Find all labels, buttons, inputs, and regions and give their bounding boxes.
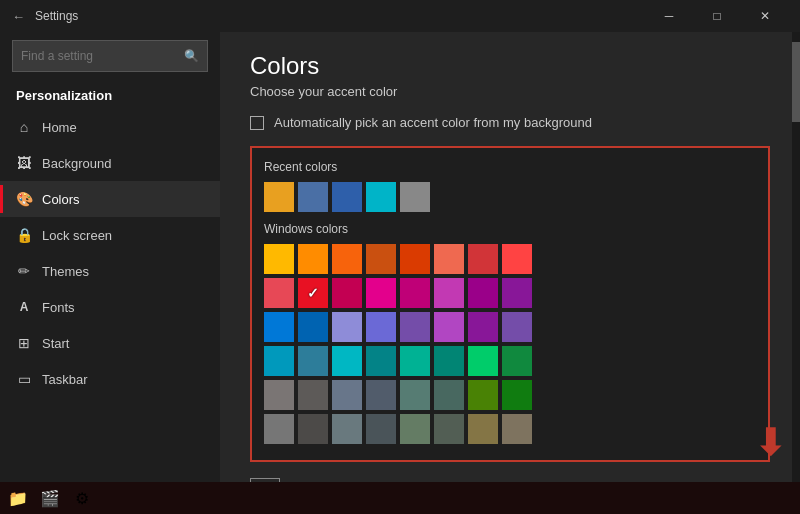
recent-color-swatch[interactable] — [366, 182, 396, 212]
windows-color-swatch[interactable] — [264, 414, 294, 444]
windows-color-swatch[interactable] — [502, 414, 532, 444]
windows-color-swatch[interactable] — [366, 380, 396, 410]
sidebar-item-label: Taskbar — [42, 372, 88, 387]
windows-color-swatch[interactable] — [298, 414, 328, 444]
taskbar-settings-icon[interactable]: ⚙ — [68, 484, 96, 512]
taskbar-media-icon[interactable]: 🎬 — [36, 484, 64, 512]
search-icon: 🔍 — [184, 49, 199, 63]
sidebar-item-background[interactable]: 🖼 Background — [0, 145, 220, 181]
windows-color-swatch[interactable] — [332, 380, 362, 410]
taskbar: 📁 🎬 ⚙ — [0, 482, 800, 514]
windows-color-swatch[interactable] — [434, 380, 464, 410]
windows-color-swatch[interactable] — [264, 312, 294, 342]
taskbar-folder-icon[interactable]: 📁 — [4, 484, 32, 512]
windows-color-swatch[interactable] — [434, 244, 464, 274]
windows-color-swatch[interactable] — [366, 278, 396, 308]
windows-color-swatch[interactable] — [434, 278, 464, 308]
windows-color-swatch[interactable] — [400, 312, 430, 342]
windows-color-swatch[interactable] — [468, 414, 498, 444]
windows-color-swatch[interactable] — [298, 312, 328, 342]
windows-color-swatch[interactable] — [298, 346, 328, 376]
windows-color-swatch[interactable] — [366, 346, 396, 376]
windows-color-swatch[interactable] — [400, 244, 430, 274]
windows-color-swatch[interactable] — [400, 380, 430, 410]
windows-color-swatch[interactable] — [264, 278, 294, 308]
windows-color-swatch[interactable] — [502, 278, 532, 308]
minimize-button[interactable]: ─ — [646, 0, 692, 32]
windows-color-swatch[interactable] — [502, 312, 532, 342]
windows-color-swatch[interactable] — [434, 312, 464, 342]
page-title: Colors — [250, 52, 770, 80]
windows-color-swatch[interactable] — [502, 346, 532, 376]
scroll-track — [792, 32, 800, 482]
windows-color-swatch[interactable] — [468, 380, 498, 410]
maximize-button[interactable]: □ — [694, 0, 740, 32]
auto-pick-label: Automatically pick an accent color from … — [274, 115, 592, 130]
windows-color-swatch[interactable] — [400, 414, 430, 444]
taskbar-icon: ▭ — [16, 371, 32, 387]
themes-icon: ✏ — [16, 263, 32, 279]
recent-color-swatch[interactable] — [400, 182, 430, 212]
sidebar-item-label: Start — [42, 336, 69, 351]
sidebar-item-themes[interactable]: ✏ Themes — [0, 253, 220, 289]
sidebar-item-fonts[interactable]: A Fonts — [0, 289, 220, 325]
windows-color-swatch[interactable] — [434, 414, 464, 444]
recent-color-swatch[interactable] — [332, 182, 362, 212]
back-button[interactable]: ← — [12, 9, 25, 24]
recent-color-swatch[interactable] — [298, 182, 328, 212]
sidebar-item-label: Home — [42, 120, 77, 135]
windows-color-swatch[interactable] — [332, 278, 362, 308]
windows-color-swatch[interactable] — [400, 346, 430, 376]
sidebar-item-label: Colors — [42, 192, 80, 207]
windows-color-swatch[interactable] — [332, 244, 362, 274]
colors-icon: 🎨 — [16, 191, 32, 207]
sidebar: 🔍 Personalization ⌂ Home 🖼 Background 🎨 … — [0, 32, 220, 482]
windows-color-swatch[interactable] — [468, 244, 498, 274]
search-input[interactable] — [21, 49, 184, 63]
recent-colors-title: Recent colors — [264, 160, 756, 174]
windows-color-swatch[interactable] — [366, 312, 396, 342]
home-icon: ⌂ — [16, 119, 32, 135]
windows-color-swatch[interactable] — [332, 414, 362, 444]
fonts-icon: A — [16, 300, 32, 314]
windows-color-swatch[interactable] — [332, 312, 362, 342]
sidebar-item-home[interactable]: ⌂ Home — [0, 109, 220, 145]
sidebar-item-colors[interactable]: 🎨 Colors — [0, 181, 220, 217]
windows-color-swatch[interactable] — [298, 244, 328, 274]
scroll-thumb[interactable] — [792, 42, 800, 122]
windows-color-swatch[interactable] — [264, 346, 294, 376]
windows-colors-title: Windows colors — [264, 222, 756, 236]
close-button[interactable]: ✕ — [742, 0, 788, 32]
sidebar-section-title: Personalization — [0, 80, 220, 109]
sidebar-item-taskbar[interactable]: ▭ Taskbar — [0, 361, 220, 397]
windows-color-swatch[interactable] — [264, 244, 294, 274]
windows-color-swatch[interactable] — [400, 278, 430, 308]
windows-color-swatch[interactable] — [332, 346, 362, 376]
windows-color-swatch[interactable] — [298, 380, 328, 410]
content-area: Colors Choose your accent color Automati… — [220, 32, 800, 482]
windows-color-swatch[interactable] — [502, 380, 532, 410]
search-box[interactable]: 🔍 — [12, 40, 208, 72]
app-container: 🔍 Personalization ⌂ Home 🖼 Background 🎨 … — [0, 32, 800, 482]
recent-color-swatch[interactable] — [264, 182, 294, 212]
auto-pick-checkbox[interactable] — [250, 116, 264, 130]
title-bar-title: Settings — [35, 9, 78, 23]
windows-color-swatch[interactable] — [366, 244, 396, 274]
sidebar-item-lock-screen[interactable]: 🔒 Lock screen — [0, 217, 220, 253]
lock-icon: 🔒 — [16, 227, 32, 243]
title-bar: ← Settings ─ □ ✕ — [0, 0, 800, 32]
sidebar-item-label: Themes — [42, 264, 89, 279]
start-icon: ⊞ — [16, 335, 32, 351]
window-controls: ─ □ ✕ — [646, 0, 788, 32]
windows-color-swatch[interactable] — [434, 346, 464, 376]
arrow-indicator: ⬇ — [755, 422, 785, 464]
windows-color-swatch[interactable] — [298, 278, 328, 308]
windows-color-swatch[interactable] — [468, 278, 498, 308]
sidebar-item-start[interactable]: ⊞ Start — [0, 325, 220, 361]
windows-color-swatch[interactable] — [468, 346, 498, 376]
windows-color-swatch[interactable] — [468, 312, 498, 342]
windows-color-swatch[interactable] — [264, 380, 294, 410]
auto-pick-row: Automatically pick an accent color from … — [250, 115, 770, 130]
windows-color-swatch[interactable] — [502, 244, 532, 274]
windows-color-swatch[interactable] — [366, 414, 396, 444]
